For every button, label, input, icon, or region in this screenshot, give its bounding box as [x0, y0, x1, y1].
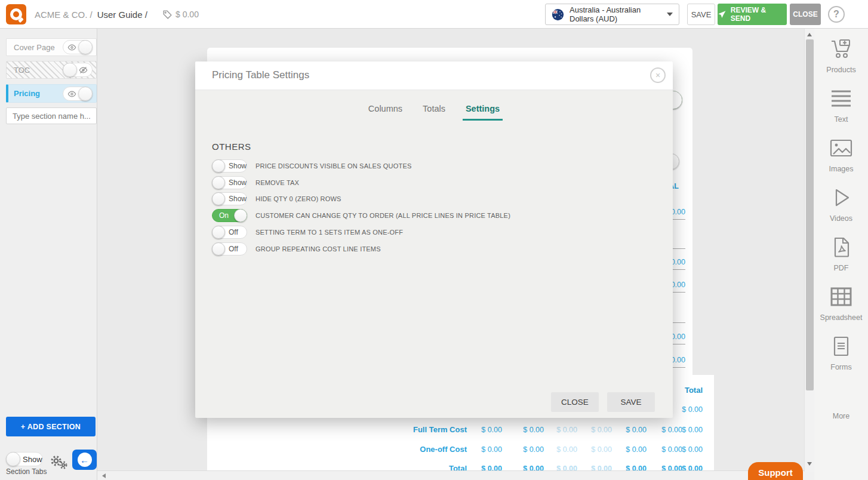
settings-gears-icon[interactable] [50, 454, 69, 470]
toggle-knob [212, 159, 225, 173]
modal-save-button[interactable]: SAVE [607, 392, 655, 412]
image-icon [829, 137, 853, 159]
customer-change-qty-toggle[interactable]: On [212, 209, 247, 222]
setting-row: Off SETTING TERM TO 1 SETS ITEM AS ONE-O… [212, 226, 403, 239]
eye-icon [67, 90, 76, 99]
setting-label: SETTING TERM TO 1 SETS ITEM AS ONE-OFF [256, 229, 403, 236]
close-document-button[interactable]: CLOSE [790, 4, 821, 25]
library-item-spreadsheet[interactable]: Spreadsheet [814, 286, 868, 322]
back-arrow-icon: ← [78, 453, 92, 467]
toggle-knob [212, 226, 225, 239]
library-item-images[interactable]: Images [814, 137, 868, 173]
breadcrumb-brand[interactable]: ACME & CO. / [35, 10, 93, 20]
totals-cell: $ 0.00 [460, 445, 502, 454]
library-item-label: Spreadsheet [814, 313, 868, 322]
toggle-state-label: Off [229, 226, 238, 239]
collapse-sidebar-button[interactable]: ← [72, 450, 97, 470]
visibility-toggle[interactable] [63, 40, 93, 54]
quote-amount: $ 0.00 [162, 0, 199, 29]
library-item-text[interactable]: Text [814, 88, 868, 124]
modal-close-icon[interactable]: × [650, 67, 666, 83]
section-tabs-toggle[interactable]: Show [6, 452, 43, 466]
setting-row: Off GROUP REPEATING COST LINE ITEMS [212, 242, 381, 256]
setting-row: Show HIDE QTY 0 (ZERO) ROWS [212, 192, 341, 205]
tab-settings[interactable]: Settings [463, 101, 503, 121]
scroll-left-arrow-icon[interactable] [102, 473, 106, 478]
spreadsheet-grid-icon [830, 286, 852, 307]
sidebar-item-cover-page[interactable]: Cover Page [6, 38, 97, 56]
save-button[interactable]: SAVE [687, 4, 715, 25]
library-item-label: Text [814, 115, 868, 124]
setting-label: CUSTOMER CAN CHANGE QTY TO ORDER (ALL PR… [256, 212, 510, 219]
sections-sidebar: Cover Page TOC Pricing [0, 29, 97, 480]
library-item-label: Videos [814, 214, 868, 223]
remove-tax-toggle[interactable]: Show [212, 176, 247, 189]
eye-off-icon [79, 66, 88, 75]
totals-row-label: One-off Cost [376, 445, 467, 454]
hide-qty-zero-toggle[interactable]: Show [212, 192, 247, 205]
library-item-products[interactable]: Products [814, 38, 868, 74]
review-send-button[interactable]: REVIEW & SEND [718, 4, 787, 25]
sidebar-item-pricing[interactable]: Pricing [6, 84, 97, 103]
add-section-button[interactable]: + ADD SECTION [6, 417, 96, 436]
chevron-down-icon [667, 13, 673, 16]
paper-plane-icon [718, 10, 727, 19]
modal-header: Pricing Table Settings × [195, 61, 673, 90]
section-tabs-toggle-label: Show [23, 455, 42, 464]
library-item-pdf[interactable]: PDF [814, 236, 868, 272]
help-icon[interactable]: ? [828, 6, 845, 23]
text-lines-icon [830, 88, 852, 109]
visibility-toggle[interactable] [63, 87, 93, 101]
horizontal-scrollbar[interactable] [97, 470, 814, 480]
vertical-scrollbar-thumb[interactable] [806, 39, 814, 390]
totals-row-label: Full Term Cost [376, 425, 467, 434]
library-item-label: Images [814, 165, 868, 173]
breadcrumb-document-title[interactable]: User Guide / [97, 10, 147, 20]
toggle-state-label: Show [229, 193, 247, 205]
price-discounts-toggle[interactable]: Show [212, 159, 247, 173]
scroll-down-arrow-icon[interactable] [807, 462, 812, 466]
scroll-up-arrow-icon[interactable] [807, 33, 812, 36]
app-window: ACME & CO. / User Guide / $ 0.00 [0, 0, 868, 480]
section-label: TOC [14, 66, 63, 75]
toggle-knob [6, 452, 20, 466]
form-document-icon [832, 336, 851, 357]
cart-plus-icon [829, 38, 853, 60]
new-section-name-input[interactable] [6, 107, 97, 124]
library-item-videos[interactable]: Videos [814, 187, 868, 223]
currency-selector[interactable]: Australia - Australian Dollars (AUD) [545, 4, 679, 25]
currency-label: Australia - Australian Dollars (AUD) [570, 5, 661, 23]
library-item-label: PDF [814, 264, 868, 272]
vertical-scrollbar[interactable] [804, 29, 814, 472]
pdf-file-icon [831, 236, 851, 258]
setting-label: REMOVE TAX [256, 179, 299, 186]
modal-title: Pricing Table Settings [212, 69, 309, 81]
toggle-knob [212, 192, 225, 205]
library-item-forms[interactable]: Forms [814, 336, 868, 371]
visibility-toggle[interactable] [63, 63, 93, 77]
tab-columns[interactable]: Columns [365, 101, 405, 121]
eye-icon [67, 43, 76, 52]
support-button[interactable]: Support [748, 462, 803, 480]
app-logo-icon[interactable] [6, 4, 26, 24]
breadcrumb: ACME & CO. / User Guide / [35, 0, 147, 29]
toggle-knob [78, 40, 93, 54]
library-item-label: Forms [814, 363, 868, 371]
toggle-state-label: On [219, 210, 229, 222]
setting-row: Show REMOVE TAX [212, 176, 299, 189]
modal-close-button[interactable]: CLOSE [551, 392, 599, 412]
group-repeating-toggle[interactable]: Off [212, 242, 247, 256]
section-label: Cover Page [14, 43, 63, 52]
term-one-off-toggle[interactable]: Off [212, 226, 247, 239]
price-tag-icon [162, 10, 173, 20]
toggle-knob [78, 87, 93, 101]
tab-totals[interactable]: Totals [420, 101, 448, 121]
sidebar-item-toc[interactable]: TOC [6, 61, 97, 79]
setting-label: HIDE QTY 0 (ZERO) ROWS [256, 195, 341, 202]
toggle-state-label: Show [229, 160, 247, 173]
setting-row: On CUSTOMER CAN CHANGE QTY TO ORDER (ALL… [212, 209, 510, 222]
library-item-more[interactable]: More [814, 384, 868, 420]
modal-tabs: Columns Totals Settings [195, 101, 673, 121]
totals-cell: $ 0.00 [460, 464, 502, 470]
toggle-knob [234, 209, 247, 222]
